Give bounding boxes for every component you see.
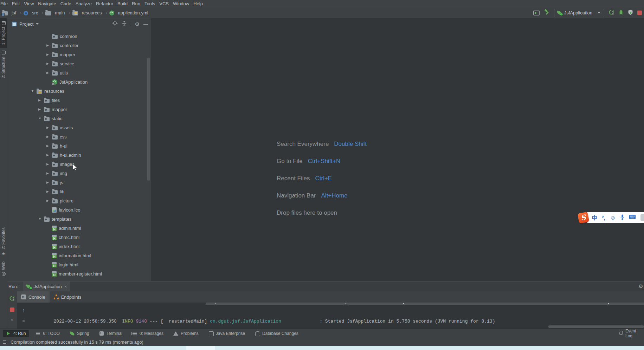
- more-actions-icon[interactable]: »: [11, 317, 13, 322]
- keyboard-icon[interactable]: [629, 214, 636, 221]
- tree-expand-arrow[interactable]: [46, 153, 52, 157]
- tree-item[interactable]: assets: [7, 123, 151, 132]
- stop-button[interactable]: [10, 307, 14, 312]
- menu-item[interactable]: File: [0, 0, 10, 8]
- tree-item[interactable]: service: [7, 59, 151, 68]
- rerun-application-button[interactable]: [9, 296, 15, 303]
- menu-item[interactable]: Navigate: [36, 0, 58, 8]
- ime-punctuation-toggle[interactable]: °,: [601, 215, 605, 220]
- locate-file-icon[interactable]: [112, 20, 118, 27]
- tree-item[interactable]: utils: [7, 68, 151, 77]
- more-actions-icon[interactable]: »: [22, 318, 25, 323]
- tool-window-button[interactable]: 6: TODO: [32, 330, 63, 337]
- menu-item[interactable]: Window: [171, 0, 191, 8]
- microphone-icon[interactable]: [620, 214, 624, 221]
- menu-item[interactable]: Code: [58, 0, 73, 8]
- stripe-button-project[interactable]: 1: Project: [0, 18, 7, 48]
- scrollbar-thumb[interactable]: [548, 325, 644, 328]
- tree-item[interactable]: img: [7, 169, 151, 178]
- tree-expand-arrow[interactable]: [46, 199, 52, 202]
- tree-item[interactable]: JsfApplication: [7, 77, 151, 86]
- tree-item[interactable]: h-ui: [7, 141, 151, 150]
- tree-expand-arrow[interactable]: [31, 89, 37, 93]
- stripe-button-favorites[interactable]: ★ 2: Favorites: [0, 227, 7, 256]
- ime-more-icon[interactable]: [640, 214, 644, 221]
- tree-item[interactable]: h-ui.admin: [7, 150, 151, 160]
- menu-item[interactable]: Build: [115, 0, 130, 8]
- tree-item[interactable]: chmc.html: [7, 233, 151, 242]
- scrollbar-thumb[interactable]: [147, 58, 150, 181]
- tree-item[interactable]: files: [7, 96, 151, 105]
- run-configuration-select[interactable]: JsfApplication: [554, 9, 604, 17]
- tool-window-button[interactable]: 4: Run: [3, 330, 29, 337]
- tree-item[interactable]: templates: [7, 214, 151, 223]
- tree-item[interactable]: css: [7, 132, 151, 141]
- tool-window-button[interactable]: 0: Messages: [129, 330, 167, 337]
- tree-expand-arrow[interactable]: [46, 62, 52, 65]
- stop-button[interactable]: [637, 11, 642, 15]
- breadcrumb-item[interactable]: src ›: [24, 10, 45, 15]
- tree-item[interactable]: member-register.html: [7, 269, 151, 278]
- menu-item[interactable]: Analyze: [73, 0, 94, 8]
- up-stack-trace-icon[interactable]: ↑: [22, 307, 25, 313]
- tool-window-button[interactable]: Problems: [170, 330, 202, 337]
- tree-expand-arrow[interactable]: [46, 171, 52, 175]
- tree-item[interactable]: login.html: [7, 260, 151, 269]
- tree-item[interactable]: index.html: [7, 242, 151, 251]
- tree-item[interactable]: mapper: [7, 50, 151, 59]
- tree-item[interactable]: images: [7, 160, 151, 169]
- tree-item[interactable]: information.html: [7, 251, 151, 260]
- tree-item[interactable]: common: [7, 32, 151, 41]
- tree-item[interactable]: static: [7, 114, 151, 123]
- tree-expand-arrow[interactable]: [46, 135, 52, 138]
- tree-expand-arrow[interactable]: [46, 126, 52, 129]
- breadcrumb-item[interactable]: resources ›: [72, 10, 109, 15]
- tree-item[interactable]: admin.html: [7, 223, 151, 233]
- project-panel-title[interactable]: Project: [19, 21, 33, 27]
- tree-expand-arrow[interactable]: [38, 217, 44, 221]
- breadcrumb-item[interactable]: main ›: [45, 10, 72, 15]
- breadcrumb-item[interactable]: application.yml ›: [109, 10, 148, 15]
- gear-icon[interactable]: ⚙: [135, 21, 140, 27]
- tree-expand-arrow[interactable]: [38, 98, 44, 102]
- tree-expand-arrow[interactable]: [38, 117, 44, 120]
- menu-item[interactable]: Help: [191, 0, 205, 8]
- stripe-button-web[interactable]: Web: [0, 261, 7, 276]
- sogou-logo[interactable]: S: [578, 212, 590, 223]
- tab-console[interactable]: Console: [17, 291, 50, 303]
- tree-expand-arrow[interactable]: [38, 108, 44, 111]
- menu-item[interactable]: Refactor: [94, 0, 115, 8]
- tab-endpoints[interactable]: Endpoints: [50, 291, 86, 303]
- build-hammer-icon[interactable]: [544, 9, 550, 17]
- ime-language-toggle[interactable]: 中: [592, 215, 597, 220]
- tree-expand-arrow[interactable]: [46, 162, 52, 166]
- tree-expand-arrow[interactable]: [46, 144, 52, 148]
- gear-icon[interactable]: ⚙: [639, 284, 643, 289]
- tree-item[interactable]: resources: [7, 86, 151, 96]
- tree-item[interactable]: lib: [7, 187, 151, 196]
- stripe-button-structure[interactable]: 2: Structure: [0, 48, 7, 81]
- menu-item[interactable]: Edit: [10, 0, 22, 8]
- menu-item[interactable]: Tools: [142, 0, 157, 8]
- tool-window-button[interactable]: Terminal: [96, 330, 125, 337]
- console-output[interactable]: ↑ » 2022-08-12 20:58:59.358 INFO 9148 --…: [17, 303, 644, 329]
- tree-item[interactable]: controller: [7, 41, 151, 50]
- tree-item[interactable]: mapper: [7, 105, 151, 114]
- tool-window-button[interactable]: Java Enterprise: [205, 330, 248, 337]
- event-log-button[interactable]: Event Log: [619, 329, 644, 338]
- chevron-down-icon[interactable]: [36, 23, 39, 25]
- run-anything-icon[interactable]: [533, 11, 540, 15]
- tree-expand-arrow[interactable]: [46, 53, 52, 56]
- tree-item[interactable]: favicon.ico: [7, 205, 151, 214]
- breadcrumb-item[interactable]: jsf ›: [2, 10, 24, 15]
- hide-panel-icon[interactable]: —: [143, 22, 148, 26]
- menu-item[interactable]: Run: [130, 0, 142, 8]
- run-tab-jsfapplication[interactable]: JsfApplication ×: [23, 281, 70, 291]
- tree-item[interactable]: js: [7, 178, 151, 187]
- tool-window-button[interactable]: Spring: [66, 330, 92, 337]
- tree-expand-arrow[interactable]: [46, 71, 52, 74]
- rerun-button[interactable]: [608, 9, 614, 17]
- tree-item[interactable]: picture: [7, 196, 151, 205]
- coverage-button[interactable]: [628, 9, 633, 17]
- debug-button[interactable]: [618, 9, 624, 16]
